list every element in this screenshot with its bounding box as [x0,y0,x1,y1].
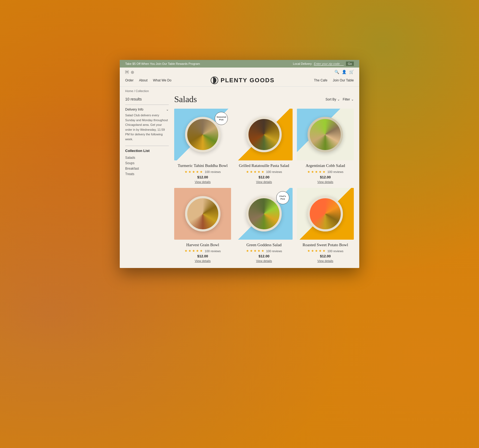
product-image-5: Chef'sPick [235,188,292,240]
sidebar-item-soups[interactable]: Soups [125,160,169,166]
star-4: ★ [319,249,322,253]
star-5: ★ [261,249,264,253]
view-details-1[interactable]: View details [174,180,231,184]
star-1: ★ [307,249,310,253]
star-4: ★ [257,249,260,253]
star-3: ★ [254,170,257,174]
food-bowl-3 [308,117,343,152]
sidebar-divider [125,105,169,105]
view-details-4[interactable]: View details [174,259,231,263]
star-2: ★ [188,249,191,253]
star-5: ★ [261,170,264,174]
results-count: 10 results [125,97,169,101]
product-card-grilled-ratatouille[interactable]: Grilled Ratatouille Pasta Salad ★ ★ ★ ★ … [235,109,292,184]
account-icon[interactable]: 👤 [342,70,346,74]
nav-join[interactable]: Join Our Table [333,78,354,82]
view-details-2[interactable]: View details [235,180,292,184]
page-title: Salads [174,94,197,104]
sidebar-item-breakfast[interactable]: Breakfast [125,166,169,171]
main-content: 10 results Delivery Info ⌄ Salad Club de… [120,94,359,268]
reviews-count-5: 100 reviews [266,249,282,253]
sidebar-item-treats[interactable]: Treats [125,171,169,177]
star-4: ★ [257,170,260,174]
breadcrumb-home[interactable]: Home [125,89,133,93]
product-stars-3: ★ ★ ★ ★ ★ 100 reviews [297,170,354,174]
food-bowl-2 [246,117,282,152]
view-details-6[interactable]: View details [297,259,354,263]
product-stars-6: ★ ★ ★ ★ ★ 100 reviews [297,249,354,253]
sidebar: 10 results Delivery Info ⌄ Salad Club de… [125,94,169,263]
cart-icon[interactable]: 🛒 [349,70,354,74]
rewards-text: Take $5 Off When You Join Our Table Rewa… [125,62,200,65]
nav-about[interactable]: About [139,78,148,82]
food-bowl-6 [308,196,343,231]
star-1: ★ [307,170,310,174]
delivery-label: Local Delivery [293,62,312,65]
chefs-pick-badge: Chef'sPick [276,191,289,204]
filter-section: Delivery Info ⌄ Salad Club delivers ever… [125,108,169,142]
filter-chevron-icon: ⌄ [351,97,354,101]
zip-input[interactable] [314,62,344,66]
nav-order[interactable]: Order [125,78,134,82]
star-3: ★ [192,170,195,174]
breadcrumb-current: Collection [136,89,149,93]
star-4: ★ [196,249,199,253]
product-card-turmeric-tahini[interactable]: SeasonalPick Turmeric Tahini Buddha Bowl… [174,109,231,184]
product-name-6: Roasted Sweet Potato Bowl [297,242,354,248]
sort-button[interactable]: Sort By ⌄ [326,97,340,101]
sort-label: Sort By [326,97,336,101]
product-name-2: Grilled Ratatouille Pasta Salad [235,163,292,169]
filter-button[interactable]: Filter ⌄ [343,97,354,101]
star-3: ★ [315,249,318,253]
star-2: ★ [188,170,191,174]
instagram-icon[interactable]: ◎ [131,70,134,74]
product-price-3: $12.00 [297,175,354,179]
star-5: ★ [200,249,203,253]
logo[interactable]: PLENTY GOODS [211,77,274,84]
go-button[interactable]: Go [346,62,354,66]
collection-list-title: Collection List [125,149,169,153]
view-details-5[interactable]: View details [235,259,292,263]
product-name-4: Harvest Grain Bowl [174,242,231,248]
view-details-3[interactable]: View details [297,180,354,184]
star-1: ★ [246,249,249,253]
product-card-4[interactable]: Harvest Grain Bowl ★ ★ ★ ★ ★ 100 reviews… [174,188,231,263]
product-image-6 [297,188,354,240]
filter-header-label: Delivery Info [125,108,143,111]
filter-body: Salad Club delivers every Sunday and Mon… [125,113,169,142]
product-name-1: Turmeric Tahini Buddha Bowl [174,163,231,169]
filter-header[interactable]: Delivery Info ⌄ [125,108,169,111]
nav-the-cafe[interactable]: The Cafe [314,78,327,82]
product-card-5[interactable]: Chef'sPick Green Goddess Salad ★ ★ ★ ★ ★… [235,188,292,263]
product-price-2: $12.00 [235,175,292,179]
product-image-4 [174,188,231,240]
search-icon[interactable]: 🔍 [334,70,339,74]
food-bowl-5 [246,196,282,231]
sidebar-item-salads[interactable]: Salads [125,155,169,160]
star-3: ★ [192,249,195,253]
header-top:  ◎ 🔍 👤 🛒 [125,70,354,74]
product-card-6[interactable]: Roasted Sweet Potato Bowl ★ ★ ★ ★ ★ 100 … [297,188,354,263]
food-bowl-1 [185,117,220,152]
reviews-count-4: 100 reviews [205,249,221,253]
product-card-argentinian-cobb[interactable]: Argentinian Cobb Salad ★ ★ ★ ★ ★ 100 rev… [297,109,354,184]
facebook-icon[interactable]:  [125,70,129,74]
product-price-5: $12.00 [235,254,292,258]
nav-what-we-do[interactable]: What We Do [153,78,171,82]
products-area: Salads Sort By ⌄ Filter ⌄ [174,94,354,263]
star-2: ★ [250,170,253,174]
star-4: ★ [196,170,199,174]
star-4: ★ [319,170,322,174]
product-price-4: $12.00 [174,254,231,258]
product-stars-1: ★ ★ ★ ★ ★ 100 reviews [174,170,231,174]
product-image-3 [297,109,354,160]
reviews-count-2: 100 reviews [266,170,282,173]
logo-icon [211,77,218,84]
product-grid: SeasonalPick Turmeric Tahini Buddha Bowl… [174,109,354,263]
star-5: ★ [323,249,326,253]
star-2: ★ [250,249,253,253]
star-5: ★ [323,170,326,174]
sidebar-divider-2 [125,146,169,146]
breadcrumb-separator: / [134,89,135,93]
announcement-bar: Take $5 Off When You Join Our Table Rewa… [120,60,359,68]
